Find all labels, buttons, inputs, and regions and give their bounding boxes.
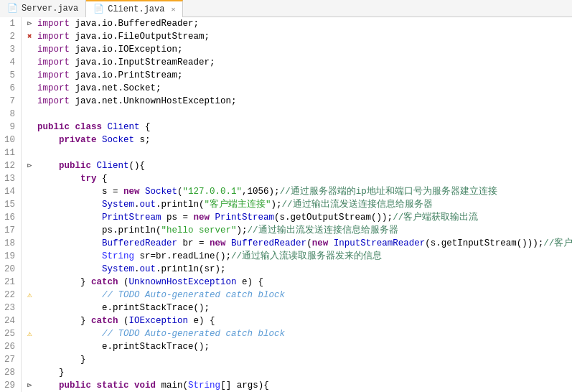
no-marker-4 (27, 56, 37, 69)
line-number-23: 23 (3, 302, 15, 314)
line-number-20: 20 (3, 263, 15, 276)
warn-marker-25: ⚠ (27, 327, 37, 340)
code-line-6: import java.net.Socket; (27, 82, 572, 95)
no-marker-15 (27, 198, 37, 211)
line-number-1: 1 (3, 17, 15, 30)
line-number-16: 16 (3, 211, 15, 224)
code-tokens-4: import java.io.InputStreamReader; (37, 56, 215, 69)
code-tokens-14: s = new Socket("127.0.0.1",1056);//通过服务器… (37, 185, 497, 198)
code-line-22: ⚠ // TODO Auto-generated catch block (27, 289, 572, 302)
code-tokens-3: import java.io.IOException; (37, 43, 183, 56)
tab-server-label: Server.java (22, 4, 78, 14)
code-tokens-12: public Client(){ (37, 159, 145, 172)
code-line-19: String sr=br.readLine();//通过输入流读取服务器发来的信… (27, 250, 572, 263)
no-marker-13 (27, 172, 37, 185)
code-line-1: ⊳import java.io.BufferedReader; (27, 17, 572, 30)
no-marker-18 (27, 237, 37, 250)
tab-client[interactable]: 📄 Client.java ✕ (86, 0, 183, 17)
no-marker-7 (27, 95, 37, 108)
code-tokens-18: BufferedReader br = new BufferedReader(n… (37, 237, 572, 250)
server-file-icon: 📄 (7, 3, 18, 14)
no-marker-19 (27, 250, 37, 263)
code-tokens-6: import java.net.Socket; (37, 82, 161, 95)
code-tokens-17: ps.println("hello server");//通过输出流发送连接信息… (37, 224, 398, 237)
tab-bar: 📄 Server.java 📄 Client.java ✕ (0, 0, 572, 17)
no-marker-10 (27, 134, 37, 146)
code-tokens-26: e.printStackTrace(); (37, 340, 210, 353)
line-number-3: 3 (3, 43, 15, 56)
line-number-26: 26 (3, 340, 15, 353)
code-line-28: } (27, 366, 572, 379)
code-line-25: ⚠ // TODO Auto-generated catch block (27, 327, 572, 340)
code-line-23: e.printStackTrace(); (27, 302, 572, 314)
tab-client-label: Client.java (108, 4, 164, 14)
no-marker-23 (27, 302, 37, 314)
line-number-28: 28 (3, 366, 15, 379)
no-marker-17 (27, 224, 37, 237)
line-number-27: 27 (3, 353, 15, 366)
line-number-2: 2 (3, 30, 15, 43)
code-line-21: } catch (UnknownHostException e) { (27, 276, 572, 289)
fold-arrow-12: ⊳ (27, 159, 37, 172)
code-tokens-28: } (37, 366, 65, 379)
line-number-21: 21 (3, 276, 15, 289)
code-line-13: try { (27, 172, 572, 185)
no-marker-5 (27, 69, 37, 82)
no-marker-21 (27, 276, 37, 289)
line-number-12: 12 (3, 159, 15, 172)
code-tokens-27: } (37, 353, 86, 366)
line-number-29: 29 (3, 379, 15, 392)
code-line-17: ps.println("hello server");//通过输出流发送连接信息… (27, 224, 572, 237)
code-tokens-10: private Socket s; (37, 134, 151, 146)
code-line-14: s = new Socket("127.0.0.1",1056);//通过服务器… (27, 185, 572, 198)
line-number-5: 5 (3, 69, 15, 82)
no-marker-11 (27, 146, 37, 159)
no-marker-3 (27, 43, 37, 56)
no-marker-26 (27, 340, 37, 353)
close-icon[interactable]: ✕ (171, 5, 175, 14)
code-area[interactable]: ⊳import java.io.BufferedReader;✖import j… (22, 17, 572, 392)
fold-arrow-29: ⊳ (27, 379, 37, 392)
no-marker-16 (27, 211, 37, 224)
line-number-6: 6 (3, 82, 15, 95)
code-line-3: import java.io.IOException; (27, 43, 572, 56)
no-marker-9 (27, 121, 37, 134)
code-line-29: ⊳ public static void main(String[] args)… (27, 379, 572, 392)
code-tokens-16: PrintStream ps = new PrintStream(s.getOu… (37, 211, 478, 224)
no-marker-28 (27, 366, 37, 379)
code-tokens-24: } catch (IOException e) { (37, 314, 215, 327)
line-number-8: 8 (3, 108, 15, 121)
line-number-7: 7 (3, 95, 15, 108)
tab-server[interactable]: 📄 Server.java (0, 0, 86, 17)
no-marker-20 (27, 263, 37, 276)
code-tokens-20: System.out.println(sr); (37, 263, 226, 276)
code-tokens-19: String sr=br.readLine();//通过输入流读取服务器发来的信… (37, 250, 382, 263)
code-line-26: e.printStackTrace(); (27, 340, 572, 353)
line-number-19: 19 (3, 250, 15, 263)
code-line-15: System.out.println("客户端主连接");//通过输出流发送连接… (27, 198, 572, 211)
code-line-27: } (27, 353, 572, 366)
code-tokens-29: public static void main(String[] args){ (37, 379, 269, 392)
no-marker-27 (27, 353, 37, 366)
code-tokens-7: import java.net.UnknownHostException; (37, 95, 237, 108)
line-number-24: 24 (3, 314, 15, 327)
code-line-24: } catch (IOException e) { (27, 314, 572, 327)
no-marker-8 (27, 108, 37, 121)
code-tokens-22: // TODO Auto-generated catch block (37, 289, 285, 302)
code-line-20: System.out.println(sr); (27, 263, 572, 276)
code-tokens-1: import java.io.BufferedReader; (37, 17, 199, 30)
code-line-7: import java.net.UnknownHostException; (27, 95, 572, 108)
code-tokens-2: import java.io.FileOutputStream; (37, 30, 210, 43)
line-number-17: 17 (3, 224, 15, 237)
code-tokens-9: public class Client { (37, 121, 151, 134)
code-line-2: ✖import java.io.FileOutputStream; (27, 30, 572, 43)
line-number-10: 10 (3, 134, 15, 146)
code-line-10: private Socket s; (27, 134, 572, 146)
line-numbers: 1234567891011121314151617181920212223242… (0, 17, 22, 392)
code-line-11 (27, 146, 572, 159)
line-number-14: 14 (3, 185, 15, 198)
code-line-12: ⊳ public Client(){ (27, 159, 572, 172)
line-number-25: 25 (3, 327, 15, 340)
code-tokens-5: import java.io.PrintStream; (37, 69, 183, 82)
editor: 1234567891011121314151617181920212223242… (0, 17, 572, 392)
